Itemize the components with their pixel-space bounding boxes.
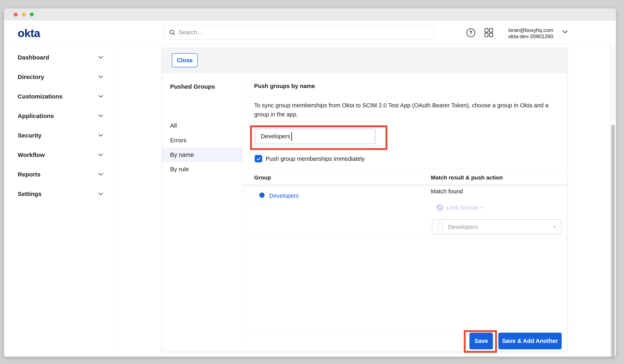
chevron-down-icon [98,192,103,196]
chevron-down-icon [98,153,103,156]
window-close-button[interactable] [14,12,18,17]
sidebar-item-settings[interactable]: Settings [4,188,114,200]
sidebar-item-label: Workflow [18,152,45,158]
search-icon [169,29,176,36]
app-header: okta ? kiran@boxyhq.com okta-dev-2090126… [4,21,616,44]
sidebar-item-label: Reports [18,171,40,178]
sidebar-item-label: Dashboard [18,54,49,61]
scrollbar-track[interactable] [610,44,616,357]
description-line-2: group in the app. [254,110,548,119]
text-cursor [291,132,292,141]
pushed-groups-nav: Pushed Groups All Errors By name By rule [162,73,242,352]
sidebar-item-label: Security [18,132,41,139]
row-divider [242,238,567,238]
sidebar-item-workflow[interactable]: Workflow [4,149,114,161]
nav-item-errors[interactable]: Errors [162,133,242,148]
sidebar-item-security[interactable]: Security [4,130,114,141]
apps-grid-icon[interactable] [484,28,494,38]
help-icon[interactable]: ? [467,28,475,37]
footer-divider [242,330,567,330]
nav-item-label: By rule [170,166,189,173]
account-org: okta-dev-20901260 [508,33,553,40]
column-header-match: Match result & push action [431,175,503,181]
global-search[interactable] [164,25,434,40]
window-titlebar [4,8,616,21]
chevron-down-icon [98,75,103,78]
link-group-label: Link Group [446,204,478,211]
sidebar-item-label: Customizations [18,93,62,100]
push-groups-dialog: Close Pushed Groups All Errors By name B… [162,48,567,352]
chevron-down-icon [98,95,103,98]
sidebar-item-reports[interactable]: Reports [4,168,114,181]
chevron-down-icon [98,173,103,176]
match-result-text: Match found [431,188,463,195]
scrollbar-thumb[interactable] [611,125,615,357]
sidebar-item-directory[interactable]: Directory [4,71,114,83]
chevron-down-icon[interactable] [562,30,568,34]
chevron-down-icon [98,134,103,137]
dialog-header: Close [162,48,567,73]
window-zoom-button[interactable] [30,12,34,17]
group-icon [259,193,264,198]
sidebar-nav: Dashboard Directory Customizations Appli… [4,44,114,357]
pushed-groups-title: Pushed Groups [170,83,215,90]
nav-item-label: All [170,122,177,129]
link-group-dropdown[interactable]: Link Group ▾ [437,204,483,211]
group-name-link[interactable]: Developers [269,193,299,199]
sidebar-item-label: Settings [18,190,41,197]
sidebar-item-label: Directory [18,74,44,80]
push-immediately-checkbox[interactable] [255,155,262,162]
caret-down-icon: ▾ [481,205,483,210]
close-button[interactable]: Close [172,53,198,67]
table-header-divider [242,185,567,185]
nav-item-label: Errors [170,137,186,144]
column-header-group: Group [254,175,271,181]
sidebar-item-label: Applications [18,113,54,119]
window-minimize-button[interactable] [22,12,26,17]
app-group-value: Developers [448,224,553,230]
nav-item-label: By name [170,151,194,158]
caret-down-icon: ▾ [553,224,556,230]
nav-item-by-name[interactable]: By name [162,147,242,162]
sidebar-item-dashboard[interactable]: Dashboard [4,52,114,63]
app-group-select[interactable]: Developers ▾ [432,219,562,234]
chevron-down-icon [98,56,103,59]
group-name-input[interactable] [255,129,375,144]
chevron-down-icon [98,114,103,118]
nav-item-by-rule[interactable]: By rule [162,162,242,177]
group-icon-card [253,186,271,204]
search-input[interactable] [179,26,434,38]
browser-window: okta ? kiran@boxyhq.com okta-dev-2090126… [4,8,616,357]
save-add-another-button[interactable]: Save & Add Another [498,333,562,349]
sidebar-item-applications[interactable]: Applications [4,110,114,122]
link-icon [437,204,443,211]
description-line-1: To sync group memberships from Okta to S… [254,101,548,110]
app-group-icon [437,223,444,231]
account-menu[interactable]: kiran@boxyhq.com okta-dev-20901260 [508,27,553,40]
account-email: kiran@boxyhq.com [508,27,553,33]
push-immediately-label: Push group memberships immediately [265,156,365,162]
page-title: Push groups by name [254,83,315,89]
sidebar-item-customizations[interactable]: Customizations [4,90,114,103]
description-text: To sync group memberships from Okta to S… [254,101,548,119]
nav-item-all[interactable]: All [162,118,242,133]
checkmark-icon [256,156,261,161]
okta-logo: okta [18,26,40,40]
save-button[interactable]: Save [469,333,493,349]
